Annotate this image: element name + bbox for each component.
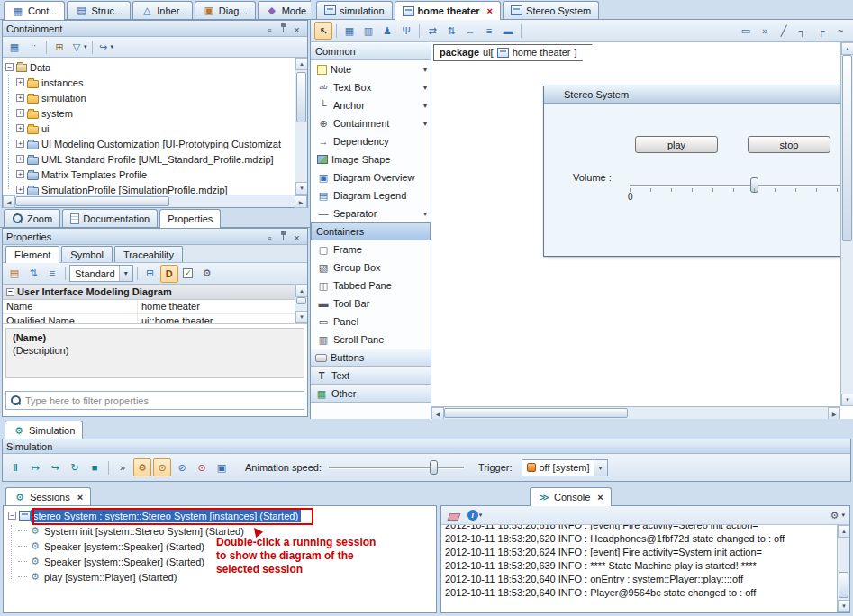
rectilinear-path-button[interactable]: ┐ xyxy=(794,22,812,40)
containment-row-2[interactable]: +simulation xyxy=(3,90,295,105)
palette-item-text-box[interactable]: abText Box▾ xyxy=(311,78,431,96)
palette-category-text[interactable]: TText xyxy=(311,367,431,385)
check-button[interactable]: ✓ xyxy=(179,265,197,283)
float-button[interactable]: ▫ xyxy=(263,23,277,36)
workspace-tab-diag[interactable]: ▣Diag... xyxy=(195,1,256,19)
sessions-tab[interactable]: ⚙Sessions× xyxy=(5,487,91,506)
console-tab[interactable]: ≫Console× xyxy=(530,487,612,506)
dropdown-arrow-icon[interactable]: ▾ xyxy=(423,102,427,110)
export-image-button[interactable]: ▣ xyxy=(213,458,231,476)
pause-button[interactable]: ‖ xyxy=(6,458,24,476)
palette-item-diagram-legend[interactable]: ▤Diagram Legend xyxy=(311,186,431,204)
swimlane-tool-button[interactable]: ▥ xyxy=(359,22,377,40)
step-out-button[interactable]: ↻ xyxy=(66,458,84,476)
diagram-tab-stereo-system[interactable]: Stereo System xyxy=(503,1,599,19)
canvas-horizontal-scrollbar[interactable]: ◀▶ xyxy=(431,406,840,419)
scroll-down-button[interactable]: ▼ xyxy=(295,182,307,195)
dropdown-arrow-icon[interactable]: ▾ xyxy=(423,210,427,218)
selection-tool-button[interactable]: ↖ xyxy=(314,22,332,40)
console-scrollbar[interactable]: ▲▼ xyxy=(837,525,849,612)
diagram-tab-home-theater[interactable]: home theater× xyxy=(395,1,502,20)
filter-button[interactable]: ▽▾ xyxy=(69,38,88,56)
palette-item-diagram-overview[interactable]: ▣Diagram Overview xyxy=(311,168,431,186)
step-into-button[interactable]: ↦ xyxy=(26,458,44,476)
containment-row-0[interactable]: −Data xyxy=(3,59,295,75)
containment-horizontal-scrollbar[interactable]: ◀▶ xyxy=(3,195,307,207)
properties-tab-symbol[interactable]: Symbol xyxy=(61,246,113,262)
filter-properties-input[interactable] xyxy=(25,395,300,406)
south-tab-documentation[interactable]: Documentation xyxy=(62,209,158,227)
oblique-path-button[interactable]: ╱ xyxy=(775,22,793,40)
expert-mode-button[interactable]: ⊞ xyxy=(141,265,159,283)
palette-item-image-shape[interactable]: Image Shape xyxy=(311,150,431,168)
canvas-vertical-scrollbar[interactable]: ▲▼ xyxy=(840,42,853,406)
south-tab-properties[interactable]: Properties xyxy=(159,209,221,228)
options-toggle-button[interactable]: ⊘ xyxy=(173,458,191,476)
customize-button[interactable]: ⚙ xyxy=(198,265,216,283)
tree-view-button[interactable]: ⊞ xyxy=(50,38,68,56)
pin-button[interactable] xyxy=(277,21,290,33)
make-same-size-button[interactable]: ↔ xyxy=(461,22,479,40)
d-toggle-button[interactable]: D xyxy=(160,265,178,283)
containment-horizontal-scrollbar-track[interactable] xyxy=(15,195,295,207)
dropdown-arrow-icon[interactable]: ▾ xyxy=(594,460,607,476)
canvas-vertical-scrollbar-track[interactable] xyxy=(841,55,853,394)
scroll-up-button[interactable]: ▲ xyxy=(841,42,853,55)
properties-grid-scrollbar-track[interactable] xyxy=(295,297,307,311)
edit-description-button[interactable]: ≡ xyxy=(43,265,61,283)
terminate-button[interactable]: ■ xyxy=(86,458,104,476)
containment-row-1[interactable]: +instances xyxy=(3,75,295,90)
align-button[interactable]: ≡ xyxy=(480,22,498,40)
palette-item-group-box[interactable]: ▧Group Box xyxy=(311,258,431,276)
close-icon[interactable]: × xyxy=(597,492,603,503)
properties-tab-traceability[interactable]: Traceability xyxy=(114,246,183,262)
info-button[interactable]: i▾ xyxy=(466,506,484,524)
properties-tab-element[interactable]: Element xyxy=(5,246,59,263)
containment-row-4[interactable]: +ui xyxy=(3,121,295,136)
animate-toggle-button[interactable]: ⚙ xyxy=(133,458,151,476)
canvas-horizontal-scrollbar-track[interactable] xyxy=(444,407,828,419)
palette-item-tool-bar[interactable]: ▬Tool Bar xyxy=(311,294,431,313)
palette-category-containers[interactable]: Containers xyxy=(311,222,431,240)
expand-icon[interactable]: + xyxy=(16,94,24,102)
quick-selection-button[interactable]: ▭ xyxy=(737,22,755,40)
slider-thumb[interactable] xyxy=(430,460,438,475)
diagram-canvas[interactable]: package ui[ home theater ] Stereo System… xyxy=(431,42,840,406)
grid-tool-button[interactable]: ▦ xyxy=(340,22,358,40)
distribute-vertically-button[interactable]: ⇅ xyxy=(442,22,460,40)
close-button[interactable]: × xyxy=(290,23,304,36)
sort-button[interactable]: ⇅ xyxy=(24,265,42,283)
categorized-button[interactable]: ▤ xyxy=(5,265,23,283)
dropdown-arrow-icon[interactable]: ▾ xyxy=(423,66,427,74)
simulation-tab[interactable]: ⚙Simulation xyxy=(5,421,83,439)
palette-category-other[interactable]: ▦Other xyxy=(311,385,431,403)
scroll-up-button[interactable]: ▲ xyxy=(295,58,307,70)
distribute-horizontally-button[interactable]: ⇄ xyxy=(423,22,441,40)
options-button[interactable]: :: xyxy=(24,38,42,56)
containment-row-6[interactable]: +UML Standard Profile [UML_Standard_Prof… xyxy=(3,151,295,167)
dropdown-arrow-icon[interactable]: ▾ xyxy=(423,120,427,128)
expand-icon[interactable]: + xyxy=(16,124,24,132)
palette-item-tabbed-pane[interactable]: ◫Tabbed Pane xyxy=(311,276,431,294)
palette-item-frame[interactable]: ▢Frame xyxy=(311,240,431,258)
criteria-button[interactable]: ▦ xyxy=(5,38,23,56)
palette-item-anchor[interactable]: └Anchor▾ xyxy=(311,96,431,114)
containment-row-5[interactable]: +UI Modeling Customization [UI-Prototypi… xyxy=(3,136,295,151)
properties-profile-select[interactable]: Standard▾ xyxy=(69,265,133,282)
properties-grid-scrollbar[interactable]: ▲▼ xyxy=(295,285,307,323)
palette-item-containment[interactable]: ⊕Containment▾ xyxy=(311,114,431,132)
south-tab-zoom[interactable]: Zoom xyxy=(4,209,60,227)
dropdown-arrow-icon[interactable]: ▾ xyxy=(119,266,132,281)
palette-category-common[interactable]: Common xyxy=(311,42,431,60)
palette-item-dependency[interactable]: →Dependency xyxy=(311,132,431,150)
palette-item-note[interactable]: Note▾ xyxy=(311,60,431,78)
properties-grid-scrollbar-thumb[interactable] xyxy=(296,297,306,304)
float-button[interactable]: ▫ xyxy=(263,231,277,244)
layout-button[interactable]: ▬ xyxy=(499,22,517,40)
scroll-right-button[interactable]: ▶ xyxy=(828,407,840,419)
frame-title-bar[interactable]: Stereo System xyxy=(544,86,840,104)
collapse-icon[interactable]: − xyxy=(6,288,14,296)
scroll-up-button[interactable]: ▲ xyxy=(838,525,849,538)
property-value[interactable]: home theater xyxy=(138,300,295,313)
expand-icon[interactable]: + xyxy=(16,186,24,194)
